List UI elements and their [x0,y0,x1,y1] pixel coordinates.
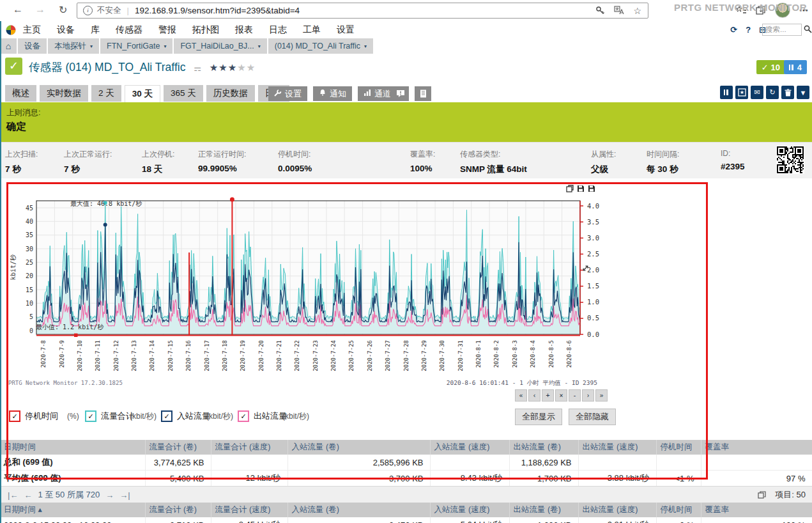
favorite-star-icon[interactable]: ☆ [633,6,641,16]
prtg-logo[interactable] [6,25,16,35]
main-menu-item-8[interactable]: 日志 [269,24,287,36]
column-header-6[interactable]: 出站流量 (卷) [509,440,578,455]
delete-button[interactable] [781,86,794,99]
priority-star-5[interactable]: ★ [247,62,256,73]
breadcrumb-item-3[interactable]: FTN_FortiGate▾ [100,38,172,54]
table-row-1[interactable]: 2020-8-6 15:00:00 - 16:00:003,712 KB8.45… [0,517,812,523]
chart-close-button[interactable]: × [555,389,567,402]
chevron-down-icon[interactable]: ▾ [90,43,93,49]
home-icon[interactable]: ⌂ [0,38,17,54]
report-button[interactable] [415,86,431,101]
chart-first-button[interactable]: « [515,389,527,402]
column-header-3[interactable]: 流量合计 (速度) [211,503,287,517]
breadcrumb-item-4[interactable]: FGT_HaiDiLao_BJ...▾ [174,38,266,54]
legend-checkbox-4[interactable]: ✓ [238,410,249,422]
main-menu-item-5[interactable]: 警报 [158,24,176,36]
save-data-icon[interactable] [588,185,595,192]
column-header-8[interactable]: 停机时间 [656,440,701,455]
hide-all-button[interactable]: 全部隐藏 [569,409,616,425]
help-icon[interactable]: ? [746,25,751,35]
chevron-down-icon[interactable]: ▾ [164,43,166,49]
column-header-8[interactable]: 停机时间 [656,503,701,517]
priority-star-4[interactable]: ★ [237,62,246,73]
flag-icon[interactable]: ⚎ [194,63,201,73]
send-email-button[interactable]: ✉ [751,86,763,99]
table-row-2[interactable]: 平均值 (699 值)5,400 KB12 kbit/秒3,700 KB8.43… [0,471,812,487]
expand-axis-icon[interactable] [582,265,589,272]
priority-star-1[interactable]: ★ [210,62,218,73]
translate-icon[interactable] [614,6,624,15]
main-menu-item-10[interactable]: 设置 [337,24,355,36]
search-icon[interactable] [804,25,812,33]
legend-checkbox-2[interactable]: ✓ [85,410,96,422]
main-menu-item-2[interactable]: 设备 [57,24,75,36]
tab-4-active[interactable]: 30 天 [125,85,160,103]
chevron-down-icon[interactable]: ▾ [258,43,261,49]
notifications-button[interactable]: 通知 [313,86,352,101]
refresh-icon[interactable]: ↻ [59,4,67,16]
main-menu-item-7[interactable]: 报表 [235,24,253,36]
refresh-page-icon[interactable]: ⟳ [730,25,737,35]
column-header-9[interactable]: 覆盖率 [701,503,812,517]
settings-button[interactable]: 设置 [268,86,307,101]
chart-prev-button[interactable]: ‹ [528,389,540,402]
main-menu-item-9[interactable]: 工单 [303,24,321,36]
table-row-1[interactable]: 总和 (699 值)3,774,625 KB2,585,996 KB1,188,… [0,455,812,471]
save-image-icon[interactable] [577,185,585,192]
back-icon[interactable]: ← [13,4,23,15]
chart-next-button[interactable]: › [582,389,594,402]
breadcrumb-item-5[interactable]: (014) MD_TO_Ali Traffic▾ [268,38,373,54]
forward-icon[interactable]: → [35,4,45,15]
address-bar[interactable]: i 不安全 | 192.168.91.9/sensor.htm?id=2395&… [77,3,648,19]
column-header-9[interactable]: 覆盖率 [701,440,812,455]
column-header-5[interactable]: 入站流量 (速度) [430,440,509,455]
priority-star-3[interactable]: ★ [228,62,237,73]
popout-chart-icon[interactable] [566,185,574,192]
next-page-icon[interactable]: → [105,490,114,500]
paused-sensors-badge[interactable]: 4 [784,60,807,74]
url-text[interactable]: 192.168.91.9/sensor.htm?id=2395&tabid=4 [135,6,300,15]
rescan-button[interactable]: ↻ [766,86,779,99]
tab-3[interactable]: 2 天 [91,85,121,102]
recommend-button[interactable] [392,86,409,101]
tab-2[interactable]: 实时数据 [40,85,88,102]
column-header-2[interactable]: 流量合计 (卷) [145,440,211,455]
more-actions-button[interactable]: ▼ [797,86,809,99]
favorite-frame-button[interactable] [735,86,748,99]
ok-sensors-badge[interactable]: ✓10 [756,60,785,74]
password-key-icon[interactable] [595,6,605,15]
column-header-3[interactable]: 流量合计 (速度) [211,440,287,455]
legend-checkbox-3[interactable]: ✓ [161,410,172,422]
pause-sensor-button[interactable] [720,86,733,99]
column-header-4[interactable]: 入站流量 (卷) [287,503,430,517]
breadcrumb-item-1[interactable]: 设备 [18,38,47,54]
prev-page-icon[interactable]: ← [24,490,32,500]
chart-last-button[interactable]: » [595,389,608,402]
popout-table-icon[interactable] [758,491,766,499]
chart-zoom-in-button[interactable]: + [542,389,554,402]
priority-stars[interactable]: ★★★★★ [210,62,256,73]
main-menu-item-3[interactable]: 库 [91,24,100,36]
main-menu-item-1[interactable]: 主页 [23,24,41,36]
channels-button[interactable]: 通道 [358,86,397,101]
search-input[interactable]: 搜索... [762,24,802,36]
column-header-5[interactable]: 入站流量 (速度) [430,503,509,517]
site-info-icon[interactable]: i [83,6,93,15]
main-menu-item-4[interactable]: 传感器 [116,24,142,36]
chart-zoom-out-button[interactable]: - [569,389,581,402]
column-header-7[interactable]: 出站流量 (速度) [578,503,656,517]
column-header-1[interactable]: 日期时间 ▴ [0,503,145,517]
first-page-icon[interactable]: |← [8,490,18,500]
breadcrumb-item-2[interactable]: 本地探针▾ [48,38,99,54]
main-menu-item-6[interactable]: 拓扑图 [192,24,219,36]
items-per-page-label[interactable]: 项目: 50 [775,489,806,501]
column-header-4[interactable]: 入站流量 (卷) [287,440,430,455]
priority-star-2[interactable]: ★ [218,62,227,73]
chevron-down-icon[interactable]: ▾ [364,43,367,49]
last-page-icon[interactable]: →| [119,490,130,500]
traffic-chart[interactable]: 最大值: 46.8 kbit/秒最小值: 1.2 kbit/秒051015202… [6,183,607,404]
column-header-7[interactable]: 出站流量 (速度) [578,440,656,455]
legend-checkbox-1[interactable]: ✓ [9,410,20,422]
column-header-2[interactable]: 流量合计 (卷) [145,503,211,517]
show-all-button[interactable]: 全部显示 [515,409,562,425]
